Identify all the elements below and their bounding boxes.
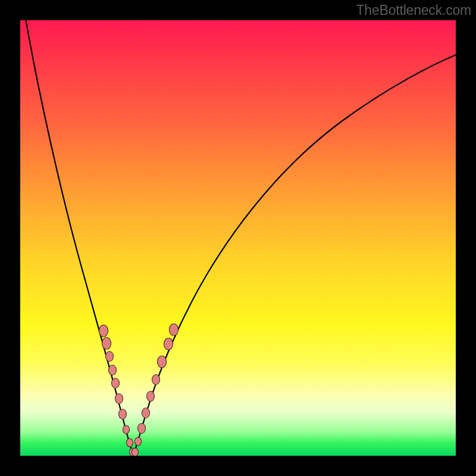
svg-point-12: [138, 424, 146, 434]
chart-svg: [20, 20, 456, 456]
svg-point-18: [170, 324, 178, 336]
svg-point-0: [99, 325, 108, 337]
svg-point-13: [142, 408, 150, 418]
svg-point-7: [123, 425, 130, 434]
svg-point-6: [119, 409, 127, 419]
svg-point-8: [127, 439, 133, 447]
svg-point-11: [135, 437, 142, 446]
svg-point-4: [112, 378, 120, 389]
svg-point-3: [109, 365, 117, 375]
svg-point-15: [152, 375, 160, 385]
bottleneck-curve: [24, 20, 456, 455]
svg-point-17: [164, 338, 173, 350]
svg-point-2: [106, 352, 114, 362]
svg-point-1: [102, 337, 111, 349]
outer-frame: TheBottleneck.com: [0, 0, 476, 476]
svg-point-10: [132, 448, 139, 456]
svg-point-16: [158, 356, 167, 368]
plot-area: [20, 20, 456, 456]
svg-point-5: [115, 394, 123, 404]
svg-point-14: [147, 392, 155, 402]
highlight-points-left: [99, 325, 136, 456]
watermark-text: TheBottleneck.com: [356, 2, 471, 18]
